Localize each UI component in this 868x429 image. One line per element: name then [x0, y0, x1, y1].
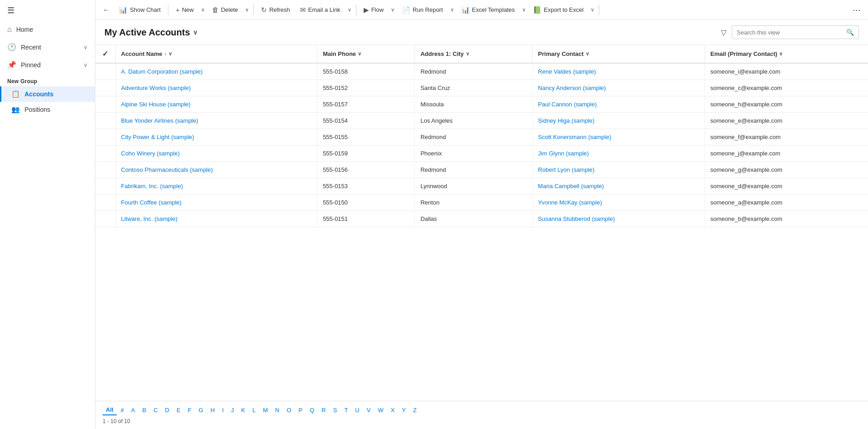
sidebar-item-pinned[interactable]: 📌 Pinned ∨: [0, 56, 95, 74]
view-title-dropdown-button[interactable]: ∨: [193, 29, 197, 36]
new-button[interactable]: + New: [171, 4, 198, 16]
alpha-nav-btn[interactable]: T: [341, 405, 351, 415]
alpha-nav-btn[interactable]: P: [296, 405, 306, 415]
alpha-nav-btn[interactable]: All: [103, 405, 117, 415]
row-checkbox[interactable]: [95, 145, 115, 162]
email-link-button[interactable]: ✉ Email a Link: [296, 4, 345, 16]
row-checkbox[interactable]: [95, 162, 115, 178]
contact-link[interactable]: Susanna Stubberod (sample): [538, 215, 615, 222]
sidebar-item-positions[interactable]: 👥 Positions: [0, 102, 95, 117]
run-report-button[interactable]: 📄 Run Report: [397, 4, 447, 16]
contact-link[interactable]: Sidney Higa (sample): [538, 117, 594, 124]
sidebar-item-accounts[interactable]: 📋 Accounts: [0, 86, 95, 102]
account-name-link[interactable]: Fabrikam, Inc. (sample): [121, 183, 183, 190]
alpha-nav-btn[interactable]: E: [173, 405, 184, 415]
contact-filter-icon[interactable]: ∨: [586, 51, 589, 57]
contact-link[interactable]: Maria Campbell (sample): [538, 183, 604, 190]
new-dropdown-button[interactable]: ∨: [199, 5, 207, 15]
alpha-nav-btn[interactable]: A: [128, 405, 138, 415]
contact-cell: Rene Valdes (sample): [533, 63, 705, 80]
flow-dropdown-button[interactable]: ∨: [389, 5, 396, 15]
alpha-nav-btn[interactable]: U: [352, 405, 362, 415]
alpha-nav-btn[interactable]: #: [118, 405, 127, 415]
city-cell: Redmond: [415, 162, 533, 178]
filter-icon[interactable]: ▽: [719, 26, 728, 39]
contact-link[interactable]: Paul Cannon (sample): [538, 101, 597, 108]
row-checkbox[interactable]: [95, 129, 115, 145]
row-checkbox[interactable]: [95, 211, 115, 227]
account-name-link[interactable]: Contoso Pharmaceuticals (sample): [121, 166, 213, 173]
delete-button[interactable]: 🗑 Delete: [207, 4, 243, 16]
show-chart-button[interactable]: 📊 Show Chart: [114, 4, 165, 16]
contact-link[interactable]: Scott Konersmann (sample): [538, 134, 611, 140]
contact-link[interactable]: Robert Lyon (sample): [538, 166, 595, 173]
delete-dropdown-button[interactable]: ∨: [243, 5, 251, 15]
account-name-link[interactable]: Adventure Works (sample): [121, 85, 191, 91]
excel-templates-button[interactable]: 📊 Excel Templates: [457, 4, 519, 16]
alpha-nav-btn[interactable]: N: [272, 405, 282, 415]
alpha-nav-btn[interactable]: R: [318, 405, 329, 415]
row-checkbox[interactable]: [95, 80, 115, 96]
search-button[interactable]: 🔍: [842, 26, 858, 39]
refresh-button[interactable]: ↻ Refresh: [256, 4, 295, 16]
alpha-nav-btn[interactable]: H: [207, 405, 218, 415]
alpha-nav-btn[interactable]: O: [283, 405, 294, 415]
city-filter-icon[interactable]: ∨: [466, 51, 469, 57]
alpha-nav-btn[interactable]: X: [388, 405, 398, 415]
alpha-nav-btn[interactable]: W: [375, 405, 386, 415]
flow-button[interactable]: ▶ Flow: [359, 4, 388, 16]
alpha-nav-btn[interactable]: Z: [410, 405, 420, 415]
export-excel-dropdown-button[interactable]: ∨: [589, 5, 596, 15]
alpha-nav-btn[interactable]: S: [330, 405, 340, 415]
account-name-link[interactable]: Litware, Inc. (sample): [121, 215, 178, 222]
phone-filter-icon[interactable]: ∨: [358, 51, 361, 57]
filter-dropdown-icon[interactable]: ∨: [168, 51, 172, 57]
contact-link[interactable]: Yvonne McKay (sample): [538, 199, 602, 206]
alpha-nav-btn[interactable]: Y: [399, 405, 409, 415]
email-filter-icon[interactable]: ∨: [779, 51, 783, 57]
row-checkbox[interactable]: [95, 96, 115, 113]
more-options-button[interactable]: ⋯: [849, 3, 864, 17]
account-name-link[interactable]: City Power & Light (sample): [121, 134, 194, 140]
row-checkbox[interactable]: [95, 178, 115, 195]
account-name-link[interactable]: Blue Yonder Airlines (sample): [121, 117, 198, 124]
export-excel-button[interactable]: 📗 Export to Excel: [528, 4, 588, 16]
alpha-nav-btn[interactable]: I: [219, 405, 227, 415]
hamburger-button[interactable]: ☰: [0, 0, 95, 21]
back-button[interactable]: ←: [99, 4, 113, 16]
alpha-nav-btn[interactable]: F: [185, 405, 195, 415]
contact-link[interactable]: Nancy Anderson (sample): [538, 85, 606, 91]
account-name-link[interactable]: Coho Winery (sample): [121, 150, 180, 157]
sidebar-item-home[interactable]: ⌂ Home: [0, 21, 95, 38]
row-checkbox[interactable]: [95, 113, 115, 129]
alpha-nav-btn[interactable]: J: [228, 405, 237, 415]
select-all-checkbox[interactable]: ✓: [95, 45, 115, 63]
contact-link[interactable]: Jim Glynn (sample): [538, 150, 589, 157]
email-link-dropdown-button[interactable]: ∨: [346, 5, 353, 15]
contact-link[interactable]: Rene Valdes (sample): [538, 68, 596, 75]
alpha-nav-btn[interactable]: M: [260, 405, 271, 415]
alpha-nav-btn[interactable]: B: [139, 405, 150, 415]
row-checkbox[interactable]: [95, 63, 115, 80]
email-cell: someone_j@example.com: [705, 145, 868, 162]
alpha-nav-btn[interactable]: G: [196, 405, 207, 415]
col-primary-contact[interactable]: Primary Contact ∨: [533, 45, 705, 63]
alpha-nav-btn[interactable]: K: [238, 405, 248, 415]
alpha-nav-btn[interactable]: Q: [306, 405, 317, 415]
alpha-nav-btn[interactable]: D: [162, 405, 173, 415]
sidebar-item-recent[interactable]: 🕐 Recent ∨: [0, 38, 95, 56]
col-email[interactable]: Email (Primary Contact) ∨: [705, 45, 868, 63]
account-name-link[interactable]: Fourth Coffee (sample): [121, 199, 182, 206]
excel-templates-dropdown-button[interactable]: ∨: [520, 5, 528, 15]
alpha-nav-btn[interactable]: V: [364, 405, 374, 415]
row-checkbox[interactable]: [95, 195, 115, 211]
col-city[interactable]: Address 1: City ∨: [415, 45, 533, 63]
alpha-nav-btn[interactable]: L: [249, 405, 259, 415]
col-account-name[interactable]: Account Name ↑ ∨: [115, 45, 317, 63]
search-input[interactable]: [732, 26, 842, 39]
account-name-link[interactable]: Alpine Ski House (sample): [121, 101, 191, 108]
account-name-link[interactable]: A. Datum Corporation (sample): [121, 68, 203, 75]
col-main-phone[interactable]: Main Phone ∨: [317, 45, 415, 63]
alpha-nav-btn[interactable]: C: [150, 405, 161, 415]
run-report-dropdown-button[interactable]: ∨: [449, 5, 456, 15]
